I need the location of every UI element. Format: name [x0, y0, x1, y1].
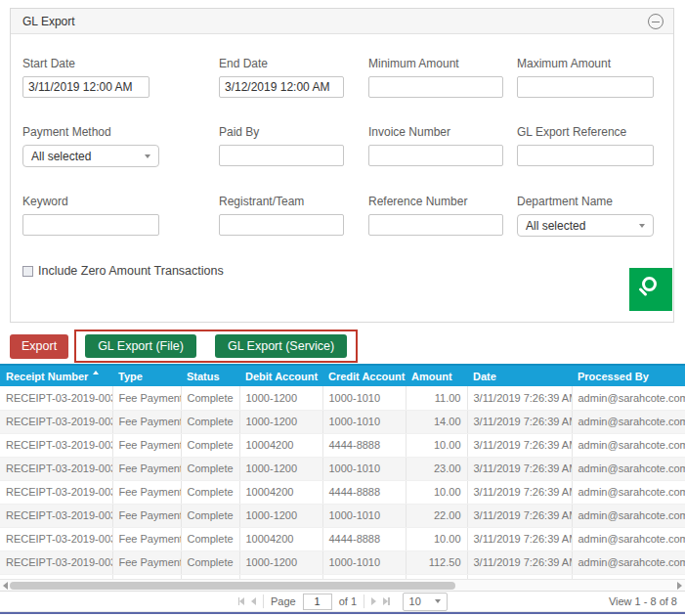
invoice-number-label: Invoice Number: [368, 125, 517, 139]
maximum-amount-input[interactable]: [517, 76, 654, 98]
table-cell: admin@sarahcote.com: [572, 410, 685, 433]
payment-method-dropdown[interactable]: All selected: [22, 145, 159, 167]
table-cell: 3/11/2019 7:26:39 AM: [467, 410, 572, 433]
horizontal-scrollbar[interactable]: [0, 579, 685, 591]
checkbox-icon[interactable]: [22, 266, 33, 277]
panel-header[interactable]: GL Export: [11, 9, 673, 34]
sort-asc-icon: [93, 371, 99, 374]
table-cell: 11.00: [406, 386, 467, 410]
column-header-processed-by[interactable]: Processed By: [572, 365, 685, 386]
column-header-status[interactable]: Status: [181, 365, 239, 386]
payment-method-field: Payment Method All selected: [22, 125, 219, 167]
table-row[interactable]: RECEIPT-03-2019-003559Fee PaymentComplet…: [0, 433, 685, 457]
table-cell: 1000-1010: [322, 504, 406, 527]
table-cell: admin@sarahcote.com: [572, 480, 685, 504]
table-row[interactable]: RECEIPT-03-2019-003559Fee PaymentComplet…: [0, 457, 685, 480]
gl-export-file-button[interactable]: GL Export (File): [85, 334, 196, 358]
form-row-2: Payment Method All selected Paid By Invo…: [22, 125, 662, 167]
chevron-down-icon: [639, 224, 645, 228]
page-size-dropdown[interactable]: 10: [403, 593, 448, 611]
table-cell: 10.00: [406, 480, 467, 504]
start-date-input[interactable]: [22, 76, 150, 98]
table-cell: Fee Payment: [112, 386, 181, 410]
table-row[interactable]: RECEIPT-03-2019-003559Fee PaymentComplet…: [0, 410, 685, 433]
search-button[interactable]: [629, 268, 672, 311]
reference-number-label: Reference Number: [368, 195, 517, 208]
table-row[interactable]: RECEIPT-03-2019-003559Fee PaymentComplet…: [0, 504, 685, 527]
column-header-date[interactable]: Date: [467, 365, 572, 386]
department-name-dropdown[interactable]: All selected: [517, 214, 654, 237]
table-cell: 3/11/2019 7:26:39 AM: [467, 480, 572, 504]
scrollbar-thumb[interactable]: [10, 582, 455, 590]
table-cell: RECEIPT-03-2019-003559: [0, 386, 112, 410]
table-cell: 4444-8888: [322, 480, 406, 504]
end-date-field: End Date: [219, 57, 368, 98]
end-date-label: End Date: [219, 57, 368, 70]
maximum-amount-label: Maximum Amount: [517, 57, 662, 70]
paid-by-label: Paid By: [219, 125, 368, 139]
end-date-input[interactable]: [219, 76, 344, 98]
table-cell: Fee Payment: [112, 504, 181, 527]
magnifier-icon: [642, 277, 657, 291]
table-cell: 10.00: [406, 433, 467, 457]
table-cell: 1000-1200: [239, 457, 322, 480]
gl-export-reference-label: GL Export Reference: [517, 125, 662, 139]
column-header-receipt-number[interactable]: Receipt Number: [0, 365, 112, 386]
maximum-amount-field: Maximum Amount: [517, 57, 662, 98]
gl-export-screen: GL Export Start Date End Date Minimum Am…: [0, 0, 685, 616]
table-cell: Complete: [181, 386, 239, 410]
first-page-button[interactable]: [237, 597, 244, 605]
column-header-debit-account[interactable]: Debit Account: [239, 365, 322, 386]
reference-number-input[interactable]: [368, 214, 503, 236]
table-cell: Fee Payment: [112, 410, 181, 433]
gl-export-reference-input[interactable]: [517, 145, 654, 166]
table-cell: 10004200: [239, 527, 322, 550]
bottom-divider: [0, 612, 685, 614]
minimum-amount-input[interactable]: [368, 76, 503, 98]
actions-bar: Export GL Export (File) GL Export (Servi…: [10, 330, 358, 363]
table-row[interactable]: RECEIPT-03-2019-003559Fee PaymentComplet…: [0, 527, 685, 550]
column-header-credit-account[interactable]: Credit Account: [322, 365, 406, 386]
chevron-down-icon: [145, 154, 150, 158]
form-row-1: Start Date End Date Minimum Amount Maxim…: [22, 57, 662, 98]
table-cell: Complete: [181, 550, 239, 574]
department-name-value: All selected: [526, 219, 585, 233]
table-cell: Complete: [181, 504, 239, 527]
scroll-left-icon[interactable]: [3, 582, 8, 590]
page-number-input[interactable]: [303, 594, 332, 610]
invoice-number-input[interactable]: [368, 145, 503, 166]
table-cell: RECEIPT-03-2019-003559: [0, 550, 112, 574]
page-of-label: of 1: [339, 595, 357, 607]
paid-by-input[interactable]: [219, 145, 344, 166]
pager-divider: [263, 594, 264, 608]
table-row[interactable]: RECEIPT-03-2019-003559Fee PaymentComplet…: [0, 386, 685, 410]
annotation-highlight-box: GL Export (File) GL Export (Service): [74, 330, 358, 363]
registrant-team-field: Registrant/Team: [219, 195, 368, 237]
registrant-team-input[interactable]: [219, 214, 344, 236]
last-page-button[interactable]: [383, 597, 390, 605]
export-button[interactable]: Export: [10, 334, 68, 359]
department-name-label: Department Name: [517, 195, 662, 208]
table-body: RECEIPT-03-2019-003559Fee PaymentComplet…: [0, 386, 685, 579]
table-header-row: Receipt Number Type Status Debit Account…: [0, 365, 685, 386]
gl-export-panel: GL Export Start Date End Date Minimum Am…: [10, 8, 674, 323]
table-cell: Fee Payment: [112, 550, 181, 574]
next-page-button[interactable]: [371, 597, 376, 605]
table-cell: admin@sarahcote.com: [572, 457, 685, 480]
column-header-type[interactable]: Type: [112, 365, 181, 386]
table-cell: 14.00: [406, 410, 467, 433]
keyword-input[interactable]: [22, 214, 159, 236]
table-row[interactable]: RECEIPT-03-2019-003559Fee PaymentComplet…: [0, 480, 685, 504]
table-cell: 22.00: [406, 504, 467, 527]
prev-page-button[interactable]: [251, 597, 256, 605]
registrant-team-label: Registrant/Team: [219, 195, 368, 208]
results-grid: Receipt Number Type Status Debit Account…: [0, 364, 685, 579]
include-zero-amount-row[interactable]: Include Zero Amount Transactions: [22, 264, 662, 278]
gl-export-service-button[interactable]: GL Export (Service): [215, 334, 347, 358]
collapse-panel-icon[interactable]: [648, 14, 664, 29]
column-header-amount[interactable]: Amount: [406, 365, 467, 386]
scroll-right-icon[interactable]: [677, 582, 682, 590]
table-row[interactable]: RECEIPT-03-2019-003559Fee PaymentComplet…: [0, 550, 685, 574]
table-cell: 1000-1200: [239, 550, 322, 574]
table-cell: Complete: [181, 433, 239, 457]
